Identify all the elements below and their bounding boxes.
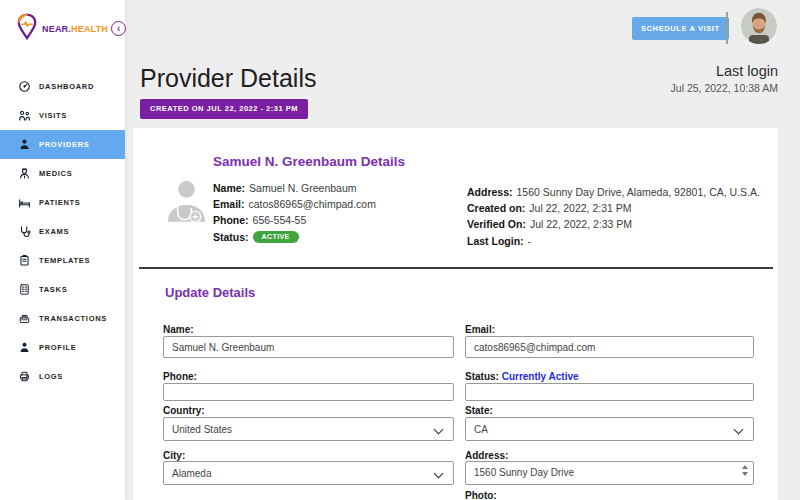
logo-row: NEAR.HEALTH ‹ bbox=[0, 0, 125, 44]
sidebar-item-patients[interactable]: PATIENTS bbox=[0, 188, 125, 217]
address-field-label: Address: bbox=[465, 450, 508, 461]
country-select[interactable]: United States bbox=[163, 417, 454, 441]
sidebar-item-logs[interactable]: LOGS bbox=[0, 362, 125, 391]
email-field-label: Email: bbox=[465, 324, 495, 335]
sidebar-item-medics[interactable]: MEDICS bbox=[0, 159, 125, 188]
sidebar-item-label: VISITS bbox=[39, 111, 67, 120]
status-currently-active-link[interactable]: Currently Active bbox=[502, 371, 579, 382]
last-login-label: Last login bbox=[671, 63, 778, 79]
sidebar: NEAR.HEALTH ‹ DASHBOARD VISITS PROVIDERS… bbox=[0, 0, 125, 500]
tasks-icon bbox=[17, 283, 31, 297]
transactions-icon bbox=[17, 312, 31, 326]
photo-field-label: Photo: bbox=[465, 490, 497, 500]
providers-icon bbox=[17, 138, 31, 152]
patients-icon bbox=[17, 196, 31, 210]
sidebar-item-templates[interactable]: TEMPLATES bbox=[0, 246, 125, 275]
sidebar-item-exams[interactable]: EXAMS bbox=[0, 217, 125, 246]
sidebar-item-label: TRANSACTIONS bbox=[39, 314, 107, 323]
sidebar-item-label: EXAMS bbox=[39, 227, 69, 236]
form-column-left: Name: Phone: Country: United States City… bbox=[163, 128, 454, 500]
sidebar-item-profile[interactable]: PROFILE bbox=[0, 333, 125, 362]
last-login: Last login Jul 25, 2022, 10:38 AM bbox=[671, 63, 778, 94]
schedule-visit-button[interactable]: SCHEDULE A VISIT bbox=[632, 17, 729, 40]
city-field-label: City: bbox=[163, 450, 185, 461]
form-column-right: Email: Status: Currently Active State: C… bbox=[465, 128, 754, 500]
textarea-spinner-icon[interactable] bbox=[742, 465, 750, 481]
sidebar-item-visits[interactable]: VISITS bbox=[0, 101, 125, 130]
phone-field-label: Phone: bbox=[163, 371, 197, 382]
sidebar-item-providers[interactable]: PROVIDERS bbox=[0, 130, 125, 159]
page-title: Provider Details bbox=[140, 64, 316, 93]
country-select-value: United States bbox=[172, 424, 232, 435]
state-field-label: State: bbox=[465, 405, 493, 416]
user-avatar[interactable] bbox=[741, 8, 777, 44]
sidebar-item-label: DASHBOARD bbox=[39, 82, 94, 91]
logs-icon bbox=[17, 370, 31, 384]
sidebar-collapse-button[interactable]: ‹ bbox=[111, 21, 126, 36]
name-field-label: Name: bbox=[163, 324, 194, 335]
sidebar-item-label: TASKS bbox=[39, 285, 67, 294]
dashboard-icon bbox=[17, 80, 31, 94]
brand-name: NEAR.HEALTH bbox=[42, 24, 108, 34]
country-field-label: Country: bbox=[163, 405, 205, 416]
phone-input[interactable] bbox=[163, 383, 454, 401]
medics-icon bbox=[17, 167, 31, 181]
sidebar-item-tasks[interactable]: TASKS bbox=[0, 275, 125, 304]
visits-icon bbox=[17, 109, 31, 123]
name-input[interactable] bbox=[163, 336, 454, 358]
city-select-value: Alameda bbox=[172, 468, 211, 479]
sidebar-item-label: PROVIDERS bbox=[39, 140, 89, 149]
sidebar-item-label: MEDICS bbox=[39, 169, 72, 178]
sidebar-item-label: LOGS bbox=[39, 372, 63, 381]
exams-icon bbox=[17, 225, 31, 239]
email-input[interactable] bbox=[465, 336, 754, 358]
brand-name-secondary: HEALTH bbox=[71, 24, 108, 34]
sidebar-nav: DASHBOARD VISITS PROVIDERS MEDICS PATIEN… bbox=[0, 72, 125, 391]
state-select-value: CA bbox=[474, 424, 488, 435]
status-input[interactable] bbox=[465, 383, 754, 401]
sidebar-item-label: PATIENTS bbox=[39, 198, 81, 207]
chevron-down-icon bbox=[434, 425, 444, 435]
status-label-text: Status: bbox=[465, 371, 499, 382]
templates-icon bbox=[17, 254, 31, 268]
created-on-badge: CREATED ON JUL 22, 2022 - 2:31 PM bbox=[140, 99, 308, 119]
sidebar-item-transactions[interactable]: TRANSACTIONS bbox=[0, 304, 125, 333]
chevron-down-icon bbox=[434, 469, 444, 479]
state-select[interactable]: CA bbox=[465, 417, 754, 441]
profile-icon bbox=[17, 341, 31, 355]
brand-logo-icon bbox=[15, 13, 39, 44]
city-select[interactable]: Alameda bbox=[163, 461, 454, 485]
brand-name-primary: NEAR. bbox=[42, 24, 71, 34]
address-textarea[interactable]: 1560 Sunny Day Drive bbox=[465, 461, 754, 485]
last-login-value: Jul 25, 2022, 10:38 AM bbox=[671, 82, 778, 94]
sidebar-item-label: PROFILE bbox=[39, 343, 76, 352]
chevron-down-icon bbox=[734, 425, 744, 435]
header-divider bbox=[726, 12, 728, 44]
provider-details-card: Samuel N. Greenbaum Details Name:Samuel … bbox=[133, 128, 778, 500]
sidebar-item-label: TEMPLATES bbox=[39, 256, 90, 265]
sidebar-item-dashboard[interactable]: DASHBOARD bbox=[0, 72, 125, 101]
status-field-label: Status: Currently Active bbox=[465, 371, 579, 382]
